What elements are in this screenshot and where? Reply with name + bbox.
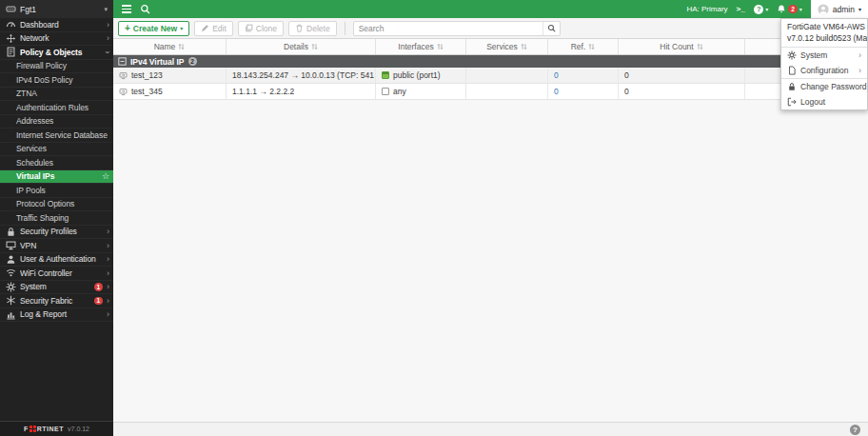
help-menu-button[interactable]: ? ▾ (754, 5, 768, 14)
create-new-button[interactable]: + Create New ▾ (118, 21, 189, 36)
menu-item-configuration[interactable]: Configuration› (781, 63, 867, 78)
menu-item-logout[interactable]: Logout (781, 94, 867, 109)
device-switcher[interactable]: Fgt1 ▾ (0, 0, 113, 18)
sidebar-item-vpn[interactable]: VPN› (0, 239, 113, 253)
device-model: FortiGate VM64-AWS (781, 19, 867, 32)
chevron-right-icon: › (107, 228, 109, 235)
trash-icon (295, 24, 304, 32)
sidebar-item-label: Firewall Policy (16, 61, 109, 70)
sidebar-item-security-fabric[interactable]: Security Fabric1› (0, 294, 113, 308)
pin-star-icon[interactable]: ☆ (102, 171, 109, 181)
sidebar-item-protocol-options[interactable]: Protocol Options (0, 198, 113, 212)
sidebar-nav: Dashboard›Network›Policy & Objects›Firew… (0, 18, 113, 421)
ref-count-link[interactable]: 0 (554, 70, 559, 80)
chevron-down-icon: ▾ (858, 6, 861, 12)
sidebar-item-security-profiles[interactable]: Security Profiles› (0, 226, 113, 240)
cell-hit-count: 0 (619, 68, 745, 83)
ref-count-link[interactable]: 0 (554, 87, 559, 96)
admin-menu-button[interactable]: admin ▾ (811, 0, 868, 18)
search-icon[interactable] (542, 22, 560, 35)
cli-console-icon[interactable]: >_ (737, 5, 746, 13)
clone-icon (245, 24, 253, 32)
column-header-hit-count[interactable]: Hit Count (619, 39, 745, 54)
sidebar-item-ztna[interactable]: ZTNA (0, 88, 113, 102)
sidebar-item-label: Schedules (16, 158, 109, 168)
search-input[interactable] (354, 22, 542, 35)
fortinet-grid-icon (30, 426, 36, 432)
chevron-right-icon: › (858, 67, 861, 74)
menu-item-change-password[interactable]: Change Password (781, 79, 867, 94)
sidebar-item-services[interactable]: Services (0, 143, 113, 157)
cell-hit-count: 0 (619, 84, 745, 99)
virtual-ip-icon (119, 88, 128, 96)
column-header-services[interactable]: Services (466, 39, 548, 54)
sidebar-item-label: IP Pools (16, 186, 109, 195)
table-row[interactable]: test_3451.1.1.1 → 2.2.2.2any00 (113, 84, 868, 100)
sort-icon (588, 43, 595, 50)
cell-ref: 0 (548, 68, 619, 83)
collapse-icon[interactable] (118, 57, 127, 66)
sidebar-item-ip-pools[interactable]: IP Pools (0, 184, 113, 198)
notifications-button[interactable]: 2 ▾ (777, 4, 802, 14)
column-header-interfaces[interactable]: Interfaces (376, 39, 466, 54)
sidebar-item-label: WiFi Controller (20, 268, 103, 278)
column-label: Hit Count (660, 42, 693, 51)
sidebar-item-ipv4-dos-policy[interactable]: IPv4 DoS Policy (0, 73, 113, 88)
sidebar-item-traffic-shaping[interactable]: Traffic Shaping (0, 211, 113, 226)
sidebar-item-wifi-controller[interactable]: WiFi Controller› (0, 267, 113, 281)
plus-icon: + (125, 24, 130, 32)
sidebar-item-label: Policy & Objects (20, 48, 103, 57)
sidebar-item-network[interactable]: Network› (0, 32, 113, 47)
delete-button[interactable]: Delete (288, 21, 337, 36)
firmware-version: v7.0.12 (68, 426, 89, 432)
interface-icon (382, 71, 389, 79)
sidebar-item-addresses[interactable]: Addresses (0, 115, 113, 129)
sidebar-item-label: Virtual IPs (16, 171, 98, 181)
cell-services (466, 68, 548, 83)
help-icon[interactable]: ? (850, 425, 860, 435)
global-search-icon[interactable] (140, 4, 150, 14)
user-icon (6, 254, 16, 265)
sidebar-item-label: Security Fabric (20, 296, 90, 306)
document-icon (787, 66, 797, 75)
sidebar-item-label: ZTNA (16, 89, 109, 98)
sidebar-item-user-authentication[interactable]: User & Authentication› (0, 253, 113, 268)
sidebar-item-label: Protocol Options (16, 199, 109, 208)
topbar-main: HA: Primary >_ ? ▾ 2 ▾ (113, 0, 811, 18)
sidebar-item-virtual-ips[interactable]: Virtual IPs☆ (0, 170, 113, 185)
chevron-right-icon: › (107, 21, 109, 29)
table-group-row[interactable]: IPv4 Virtual IP 2 (113, 55, 868, 68)
pencil-icon (201, 24, 209, 32)
clone-button[interactable]: Clone (238, 21, 284, 36)
empty-area (113, 100, 868, 422)
column-header-ref-[interactable]: Ref. (548, 39, 619, 54)
user-dropdown-menu: FortiGate VM64-AWS v7.0.12 build0523 (Ma… (780, 18, 868, 110)
group-count-badge: 2 (188, 57, 197, 66)
sidebar-item-label: Addresses (16, 116, 109, 126)
gear-icon (787, 50, 797, 60)
edit-button[interactable]: Edit (194, 21, 233, 36)
column-header-name[interactable]: Name (113, 39, 227, 54)
monitor-icon (6, 240, 16, 250)
sidebar-item-firewall-policy[interactable]: Firewall Policy (0, 60, 113, 74)
sidebar-item-system[interactable]: System1› (0, 281, 113, 295)
sidebar-item-authentication-rules[interactable]: Authentication Rules (0, 101, 113, 115)
chevron-right-icon: › (107, 242, 109, 249)
cell-name: test_123 (113, 68, 227, 83)
menu-item-system[interactable]: System› (781, 48, 867, 63)
cell-interfaces: public (port1) (376, 68, 466, 83)
sidebar-item-dashboard[interactable]: Dashboard› (0, 18, 113, 32)
toolbar: + Create New ▾ Edit Clone Delete (113, 18, 868, 39)
sidebar-item-policy-objects[interactable]: Policy & Objects› (0, 46, 113, 60)
sidebar-item-log-report[interactable]: Log & Report› (0, 308, 113, 323)
sidebar-item-schedules[interactable]: Schedules (0, 156, 113, 170)
column-label: Interfaces (398, 42, 433, 51)
lock-icon (6, 227, 16, 237)
column-label: Name (154, 42, 176, 51)
menu-toggle-icon[interactable] (122, 5, 131, 13)
sidebar-item-internet-service-database[interactable]: Internet Service Database (0, 129, 113, 143)
sidebar-item-label: Security Profiles (20, 227, 103, 236)
column-header-details[interactable]: Details (227, 39, 376, 54)
sort-icon (697, 43, 703, 50)
table-row[interactable]: test_12318.143.254.247 → 10.0.0.13 (TCP:… (113, 68, 868, 84)
